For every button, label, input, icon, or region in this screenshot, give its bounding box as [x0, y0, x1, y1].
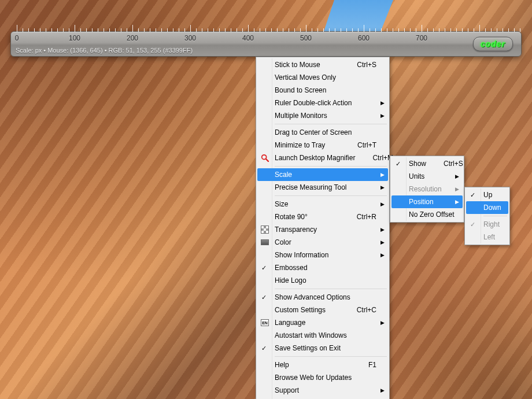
menu-item-label: Language: [275, 319, 376, 327]
menu-item-label: Save Settings on Exit: [275, 344, 376, 352]
menu-separator: [275, 166, 387, 167]
menu-item-launch-desktop-magnifier[interactable]: Launch Desktop MagnifierCtrl+M: [257, 152, 388, 164]
submenu-arrow-icon: ▶: [380, 227, 385, 232]
menu-item-shortcut: F1: [368, 361, 376, 369]
menu-item-show-information[interactable]: Show Information▶: [257, 249, 388, 261]
menu-separator: [275, 356, 387, 357]
menu-item-rotate-90[interactable]: Rotate 90°Ctrl+R: [257, 210, 388, 223]
menu-item-label: Right: [483, 220, 500, 228]
check-icon: ✓: [261, 345, 267, 352]
menu-item-show-advanced-options[interactable]: ✓Show Advanced Options: [257, 291, 388, 304]
menu-item-hide-logo[interactable]: Hide Logo: [257, 274, 388, 287]
ruler-tick-label: 200: [127, 34, 138, 42]
ruler-tick-label: 0: [15, 34, 19, 42]
menu-item-label: Hide Logo: [275, 276, 376, 285]
menu-item-drag-to-center-of-screen[interactable]: Drag to Center of Screen: [257, 126, 388, 139]
context-menu-scale: ✓ShowCtrl+SUnits▶Resolution▶Position▶No …: [390, 156, 464, 223]
submenu-arrow-icon: ▶: [455, 199, 459, 205]
check-icon: ✓: [261, 294, 267, 301]
menu-item-up[interactable]: ✓Up: [466, 189, 508, 201]
ruler-status-text: Scale: px • Mouse: (1366, 645) • RGB: 51…: [16, 47, 193, 54]
submenu-arrow-icon: ▶: [380, 320, 385, 326]
check-icon: ✓: [261, 264, 267, 272]
submenu-arrow-icon: ▶: [380, 184, 385, 190]
menu-item-show[interactable]: ✓ShowCtrl+S: [391, 157, 463, 170]
menu-item-ruler-double-click-action[interactable]: Ruler Double-click Action▶: [257, 97, 388, 109]
menu-separator: [275, 195, 387, 196]
menu-item-label: Position: [409, 198, 451, 206]
submenu-arrow-icon: ▶: [380, 172, 385, 178]
menu-item-units[interactable]: Units▶: [391, 170, 463, 183]
menu-item-label: Show: [409, 160, 426, 168]
menu-item-label: Scale: [275, 171, 376, 179]
menu-item-browse-web-for-updates[interactable]: Browse Web for Updates: [257, 371, 388, 384]
check-icon: ✓: [470, 191, 475, 199]
menu-item-down[interactable]: Down: [466, 201, 508, 214]
ruler-ticks: [11, 19, 521, 32]
menu-item-label: Show Advanced Options: [275, 293, 376, 301]
menu-item-label: Embossed: [275, 264, 376, 272]
menu-item-label: Browse Web for Updates: [275, 374, 376, 382]
menu-item-label: Up: [483, 191, 497, 199]
svg-line-1: [266, 159, 268, 161]
menu-item-label: Support: [275, 386, 376, 394]
menu-item-label: Help: [275, 361, 351, 369]
menu-item-label: Rotate 90°: [275, 213, 339, 221]
menu-item-save-settings-on-exit[interactable]: ✓Save Settings on Exit: [257, 342, 388, 354]
submenu-arrow-icon: ▶: [380, 239, 385, 245]
screen-ruler[interactable]: 0100200300400500600700 Scale: px • Mouse…: [10, 31, 522, 57]
menu-item-minimize-to-tray[interactable]: Minimize to TrayCtrl+T: [257, 139, 388, 152]
menu-item-transparency[interactable]: Transparency▶: [257, 223, 388, 236]
menu-separator: [483, 216, 507, 216]
submenu-arrow-icon: ▶: [380, 387, 385, 393]
ruler-tick-label: 600: [358, 34, 370, 42]
ruler-logo[interactable]: coder: [473, 37, 513, 51]
menu-item-precise-measuring-tool[interactable]: Precise Measuring Tool▶: [257, 181, 388, 194]
menu-item-label: Drag to Center of Screen: [275, 128, 376, 136]
menu-item-color[interactable]: Color▶: [257, 236, 388, 249]
menu-item-support[interactable]: Support▶: [257, 384, 388, 397]
menu-item-no-zero-offset[interactable]: No Zero Offset: [391, 208, 463, 221]
menu-item-bound-to-screen[interactable]: Bound to Screen: [257, 84, 388, 97]
menu-item-shortcut: Ctrl+T: [357, 141, 376, 149]
menu-item-label: Stick to Mouse: [275, 61, 339, 69]
menu-item-full-version[interactable]: Full Version▶: [257, 397, 388, 399]
menu-item-label: Minimize to Tray: [275, 141, 340, 149]
menu-item-label: Transparency: [275, 226, 376, 234]
menu-item-label: Precise Measuring Tool: [275, 183, 376, 191]
submenu-arrow-icon: ▶: [455, 186, 459, 192]
ruler-tick-label: 700: [416, 34, 427, 42]
submenu-arrow-icon: ▶: [380, 201, 385, 207]
menu-item-position[interactable]: Position▶: [391, 195, 463, 208]
menu-item-label: Show Information: [275, 251, 376, 259]
menu-item-multiple-monitors[interactable]: Multiple Monitors▶: [257, 109, 388, 122]
menu-item-shortcut: Ctrl+C: [357, 306, 376, 314]
menu-item-label: Color: [275, 238, 376, 246]
menu-item-label: Ruler Double-click Action: [275, 99, 376, 107]
submenu-arrow-icon: ▶: [380, 100, 385, 106]
menu-item-shortcut: Ctrl+S: [444, 160, 463, 168]
menu-separator: [275, 124, 387, 124]
menu-item-label: Launch Desktop Magnifier: [275, 154, 355, 162]
menu-item-label: Vertical Moves Only: [275, 73, 376, 82]
menu-item-embossed[interactable]: ✓Embossed: [257, 261, 388, 274]
menu-item-resolution: Resolution▶: [391, 183, 463, 195]
menu-item-label: Units: [409, 172, 451, 180]
menu-item-shortcut: Ctrl+R: [357, 213, 376, 221]
menu-item-help[interactable]: HelpF1: [257, 359, 388, 371]
menu-item-language[interactable]: ENLanguage▶: [257, 316, 388, 329]
ruler-tick-label: 300: [184, 34, 196, 42]
menu-item-autostart-with-windows[interactable]: Autostart with Windows: [257, 329, 388, 342]
menu-item-vertical-moves-only[interactable]: Vertical Moves Only: [257, 71, 388, 84]
menu-item-shortcut: Ctrl+S: [357, 61, 376, 69]
ruler-scale-numbers: 0100200300400500600700: [11, 34, 521, 43]
menu-item-custom-settings[interactable]: Custom SettingsCtrl+C: [257, 304, 388, 316]
ruler-tick-label: 100: [69, 34, 80, 42]
menu-item-stick-to-mouse[interactable]: Stick to MouseCtrl+S: [257, 58, 388, 71]
menu-item-scale[interactable]: Scale▶: [257, 168, 388, 181]
check-icon: ✓: [470, 221, 475, 228]
menu-item-label: Size: [275, 200, 376, 208]
menu-item-left: Left: [466, 231, 508, 243]
menu-item-size[interactable]: Size▶: [257, 198, 388, 210]
transparency-icon: [260, 225, 269, 234]
